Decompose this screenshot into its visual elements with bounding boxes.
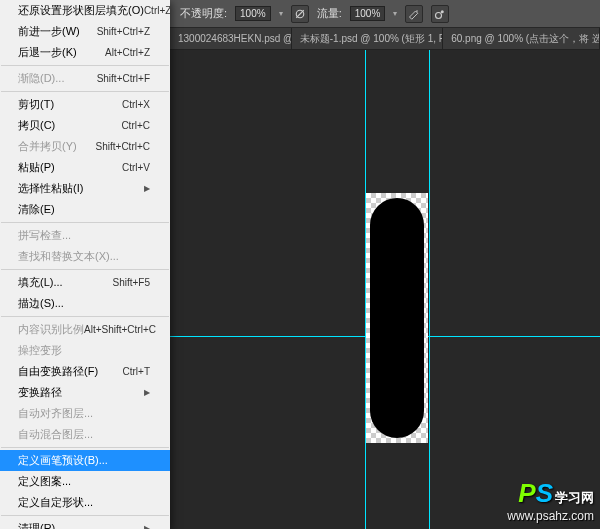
tab-label: 未标题-1.psd @ 100% (矩形 1, RGB/... [300,32,443,46]
menu-item[interactable]: 前进一步(W)Shift+Ctrl+Z [0,21,170,42]
menu-shortcut: Shift+Ctrl+C [96,141,150,152]
watermark: P S 学习网 www.psahz.com [507,478,594,523]
menu-item-label: 选择性粘贴(I) [18,181,83,196]
svg-point-1 [417,10,419,12]
menu-item[interactable]: 定义自定形状... [0,492,170,513]
menu-shortcut: Ctrl+C [121,120,150,131]
opacity-label: 不透明度: [180,6,227,21]
flow-label: 流量: [317,6,342,21]
menu-item-label: 描边(S)... [18,296,64,311]
menu-item-label: 定义画笔预设(B)... [18,453,108,468]
menu-shortcut: Ctrl+X [122,99,150,110]
menu-item: 渐隐(D)...Shift+Ctrl+F [0,68,170,89]
menu-item: 合并拷贝(Y)Shift+Ctrl+C [0,136,170,157]
document-tab[interactable]: 未标题-1.psd @ 100% (矩形 1, RGB/... × [292,28,443,49]
menu-item-label: 变换路径 [18,385,62,400]
menu-shortcut: Shift+F5 [112,277,150,288]
menu-shortcut: Shift+Ctrl+Z [97,26,150,37]
guide-vertical[interactable] [429,50,430,529]
menu-item-label: 前进一步(W) [18,24,80,39]
watermark-url: www.psahz.com [507,509,594,523]
menu-separator [1,316,169,317]
menu-item[interactable]: 定义图案... [0,471,170,492]
menu-item: 内容识别比例Alt+Shift+Ctrl+C [0,319,170,340]
pressure-opacity-icon[interactable] [291,5,309,23]
menu-item-label: 内容识别比例 [18,322,84,337]
menu-item[interactable]: 还原设置形状图层填充(O)Ctrl+Z [0,0,170,21]
menu-item[interactable]: 描边(S)... [0,293,170,314]
menu-item: 操控变形 [0,340,170,361]
edit-menu: 还原设置形状图层填充(O)Ctrl+Z前进一步(W)Shift+Ctrl+Z后退… [0,0,170,529]
document-tab[interactable]: 60.png @ 100% (点击这个，将 选区转... × [443,28,600,49]
menu-shortcut: Ctrl+Z [144,5,170,16]
menu-item-label: 后退一步(K) [18,45,77,60]
flow-value[interactable]: 100% [350,6,386,21]
canvas[interactable] [170,50,600,529]
airbrush-icon[interactable] [405,5,423,23]
menu-item[interactable]: 粘贴(P)Ctrl+V [0,157,170,178]
menu-item[interactable]: 清除(E) [0,199,170,220]
opacity-value[interactable]: 100% [235,6,271,21]
menu-item[interactable]: 自由变换路径(F)Ctrl+T [0,361,170,382]
svg-point-2 [436,12,442,18]
menu-item-label: 查找和替换文本(X)... [18,249,119,264]
document-tabs: 1300024683HEKN.psd @ 3... × 未标题-1.psd @ … [170,28,600,50]
menu-item-label: 合并拷贝(Y) [18,139,77,154]
menu-separator [1,91,169,92]
menu-item: 查找和替换文本(X)... [0,246,170,267]
menu-item-label: 定义自定形状... [18,495,93,510]
menu-item: 拼写检查... [0,225,170,246]
pressure-size-icon[interactable] [431,5,449,23]
tab-label: 1300024683HEKN.psd @ 3... [178,33,292,44]
menu-item[interactable]: 清理(R) [0,518,170,529]
menu-shortcut: Alt+Shift+Ctrl+C [84,324,156,335]
menu-separator [1,269,169,270]
menu-item-label: 拼写检查... [18,228,71,243]
menu-item[interactable]: 变换路径 [0,382,170,403]
chevron-down-icon[interactable]: ▾ [393,9,397,18]
watermark-s: S [536,478,553,509]
menu-separator [1,65,169,66]
menu-item[interactable]: 后退一步(K)Alt+Ctrl+Z [0,42,170,63]
document-tab[interactable]: 1300024683HEKN.psd @ 3... × [170,28,292,49]
menu-separator [1,447,169,448]
menu-shortcut: Alt+Ctrl+Z [105,47,150,58]
menu-shortcut: Ctrl+V [122,162,150,173]
menu-separator [1,515,169,516]
menu-item-label: 渐隐(D)... [18,71,64,86]
menu-item-label: 自动混合图层... [18,427,93,442]
menu-item[interactable]: 选择性粘贴(I) [0,178,170,199]
chevron-down-icon[interactable]: ▾ [279,9,283,18]
menu-item-label: 自由变换路径(F) [18,364,98,379]
menu-item-label: 填充(L)... [18,275,63,290]
watermark-text: 学习网 [555,489,594,507]
rounded-rectangle-shape[interactable] [370,198,424,438]
menu-item[interactable]: 拷贝(C)Ctrl+C [0,115,170,136]
menu-item-label: 剪切(T) [18,97,54,112]
menu-item[interactable]: 填充(L)...Shift+F5 [0,272,170,293]
menu-item: 自动对齐图层... [0,403,170,424]
menu-item-label: 操控变形 [18,343,62,358]
menu-shortcut: Shift+Ctrl+F [97,73,150,84]
menu-item-label: 定义图案... [18,474,71,489]
menu-item-label: 清除(E) [18,202,55,217]
menu-shortcut: Ctrl+T [123,366,151,377]
watermark-p: P [518,478,535,509]
menu-item-label: 拷贝(C) [18,118,55,133]
tab-label: 60.png @ 100% (点击这个，将 选区转... [451,32,600,46]
watermark-logo: P S 学习网 [518,478,594,509]
menu-separator [1,222,169,223]
menu-item[interactable]: 剪切(T)Ctrl+X [0,94,170,115]
menu-item-label: 清理(R) [18,521,55,529]
menu-item: 自动混合图层... [0,424,170,445]
menu-item[interactable]: 定义画笔预设(B)... [0,450,170,471]
menu-item-label: 自动对齐图层... [18,406,93,421]
menu-item-label: 还原设置形状图层填充(O) [18,3,144,18]
svg-point-3 [441,10,444,13]
menu-item-label: 粘贴(P) [18,160,55,175]
